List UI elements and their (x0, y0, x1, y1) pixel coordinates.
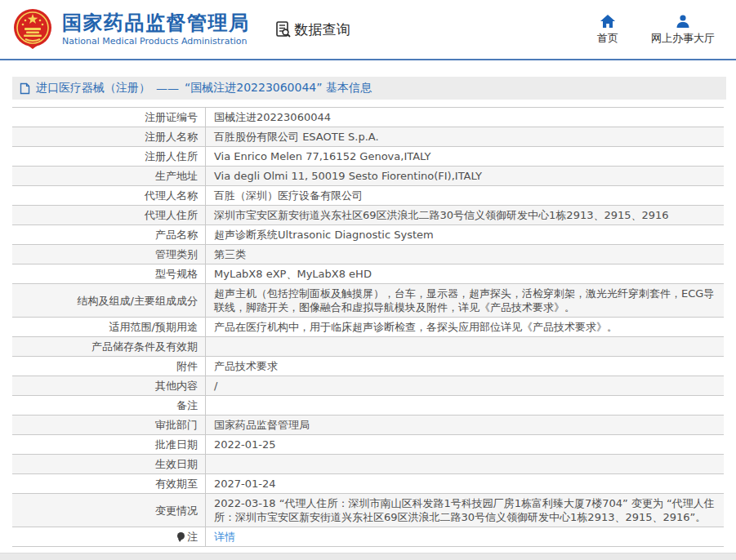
org-title-block: 国家药品监督管理局 National Medical Products Admi… (62, 12, 250, 47)
table-row: 产品名称超声诊断系统Ultrasonic Diagnostic System (12, 225, 724, 245)
table-row: 型号规格MyLabX8 eXP、MyLabX8 eHD (12, 264, 724, 284)
breadcrumb-category: 进口医疗器械（注册） (36, 81, 150, 96)
breadcrumb: 进口医疗器械（注册） —— “国械注进20223060044” 基本信息 (12, 77, 726, 100)
row-value: 产品在医疗机构中，用于临床超声诊断检查，各探头应用部位详见《产品技术要求》。 (206, 318, 724, 336)
row-value (206, 455, 724, 473)
row-label: 注册证编号 (12, 108, 206, 127)
row-label-text: 注册人住所 (145, 149, 198, 163)
row-label: 代理人名称 (12, 186, 206, 205)
row-label: 注 (12, 527, 206, 546)
table-row: 附件产品技术要求 (12, 357, 724, 376)
detail-link[interactable]: 详情 (214, 530, 235, 544)
row-value: 百胜股份有限公司 ESAOTE S.p.A. (206, 127, 724, 146)
row-value: 产品技术要求 (206, 357, 724, 376)
row-value: Via degli Olmi 11, 50019 Sesto Fiorentin… (206, 167, 724, 185)
row-label: 批准日期 (12, 435, 206, 454)
org-name-en: National Medical Products Administration (62, 36, 250, 47)
row-label-text: 附件 (176, 359, 198, 373)
row-label: 变更情况 (12, 494, 206, 527)
table-row: 变更情况2022-03-18 “代理人住所：深圳市南山区科发路1号科技园厂房1栋… (12, 494, 724, 527)
footer-strip (0, 553, 736, 560)
row-label-text: 变更情况 (155, 504, 198, 518)
note-icon (177, 531, 185, 542)
row-value: 第三类 (206, 245, 724, 264)
table-row: 注册人住所Via Enrico Melen 77,16152 Genova,IT… (12, 147, 724, 167)
table-row: 生效日期 (12, 455, 724, 474)
row-value: 超声主机（包括控制面板及触摸屏），台车，显示器，超声探头，活检穿刺架，激光光纤穿… (206, 284, 724, 317)
row-value: 深圳市宝安区新安街道兴东社区69区洪浪北二路30号信义领御研发中心1栋2913、… (206, 206, 724, 224)
row-value: Via Enrico Melen 77,16152 Genova,ITALY (206, 147, 724, 166)
row-label: 有效期至 (12, 474, 206, 493)
row-label: 产品储存条件及有效期 (12, 337, 206, 356)
row-label-text: 型号规格 (155, 267, 198, 281)
row-value: 2022-03-18 “代理人住所：深圳市南山区科发路1号科技园厂房1栋富利臻大… (206, 494, 724, 527)
row-label: 结构及组成/主要组成成分 (12, 284, 206, 317)
document-search-icon (274, 20, 292, 38)
row-label: 注册人住所 (12, 147, 206, 166)
row-value: 2027-01-24 (206, 474, 724, 493)
nav-item-service-hall[interactable]: 网上办事大厅 (651, 14, 715, 46)
table-row: 批准日期2022-01-25 (12, 435, 724, 455)
row-value (206, 396, 724, 415)
row-value: 国家药品监督管理局 (206, 416, 724, 434)
info-table: 注册证编号国械注进20223060044注册人名称百胜股份有限公司 ESAOTE… (12, 107, 724, 547)
table-row: 注详情 (12, 527, 724, 547)
table-row: 注册人名称百胜股份有限公司 ESAOTE S.p.A. (12, 127, 724, 147)
home-icon (600, 14, 616, 29)
row-label-text: 注册人名称 (145, 130, 198, 144)
row-label: 代理人住所 (12, 206, 206, 224)
row-label-text: 适用范围/预期用途 (109, 320, 198, 334)
row-value: 百胜（深圳）医疗设备有限公司 (206, 186, 724, 205)
org-name-cn: 国家药品监督管理局 (62, 12, 250, 35)
row-label: 管理类别 (12, 245, 206, 264)
row-label-text: 生产地址 (155, 169, 198, 183)
row-label: 审批部门 (12, 416, 206, 434)
row-value: 超声诊断系统Ultrasonic Diagnostic System (206, 225, 724, 244)
data-query-menu[interactable]: 数据查询 (274, 20, 350, 39)
row-label: 型号规格 (12, 264, 206, 283)
row-label-text: 代理人住所 (145, 208, 198, 222)
row-label: 生效日期 (12, 455, 206, 473)
row-label-text: 产品名称 (155, 228, 198, 242)
table-row: 其他内容/ (12, 376, 724, 396)
nav-home-label: 首页 (597, 31, 618, 46)
row-label-text: 其他内容 (155, 379, 198, 393)
row-label-text: 有效期至 (155, 477, 198, 491)
site-header: 国家药品监督管理局 National Medical Products Admi… (0, 0, 736, 60)
national-emblem-logo (11, 8, 54, 51)
row-label: 其他内容 (12, 376, 206, 395)
row-label-text: 结构及组成/主要组成成分 (78, 294, 198, 308)
row-label: 注册人名称 (12, 127, 206, 146)
table-row: 注册证编号国械注进20223060044 (12, 108, 724, 127)
row-label-text: 管理类别 (155, 247, 198, 261)
row-label-text: 审批部门 (155, 418, 198, 432)
row-label-text: 批准日期 (155, 438, 198, 451)
table-row: 适用范围/预期用途产品在医疗机构中，用于临床超声诊断检查，各探头应用部位详见《产… (12, 318, 724, 337)
data-query-label: 数据查询 (295, 20, 350, 39)
file-icon (20, 82, 30, 95)
row-label: 产品名称 (12, 225, 206, 244)
row-value: 国械注进20223060044 (206, 108, 724, 127)
row-value: MyLabX8 eXP、MyLabX8 eHD (206, 264, 724, 283)
nav-service-hall-label: 网上办事大厅 (651, 31, 715, 46)
nav-item-home[interactable]: 首页 (597, 14, 618, 46)
table-row: 备注 (12, 396, 724, 416)
row-label-text: 注册证编号 (145, 110, 198, 124)
row-label-text: 注 (187, 530, 198, 544)
row-label-text: 备注 (176, 398, 198, 412)
row-value: 详情 (206, 527, 724, 546)
row-value: 2022-01-25 (206, 435, 724, 454)
row-value (206, 337, 724, 356)
row-label-text: 代理人名称 (145, 189, 198, 202)
table-row: 审批部门国家药品监督管理局 (12, 416, 724, 435)
row-label: 附件 (12, 357, 206, 376)
row-label: 备注 (12, 396, 206, 415)
table-row: 管理类别第三类 (12, 245, 724, 264)
user-icon (675, 14, 691, 29)
table-row: 产品储存条件及有效期 (12, 337, 724, 357)
table-row: 结构及组成/主要组成成分超声主机（包括控制面板及触摸屏），台车，显示器，超声探头… (12, 284, 724, 318)
row-label: 生产地址 (12, 167, 206, 185)
row-label-text: 产品储存条件及有效期 (91, 340, 198, 353)
table-row: 代理人住所深圳市宝安区新安街道兴东社区69区洪浪北二路30号信义领御研发中心1栋… (12, 206, 724, 225)
row-label: 适用范围/预期用途 (12, 318, 206, 336)
